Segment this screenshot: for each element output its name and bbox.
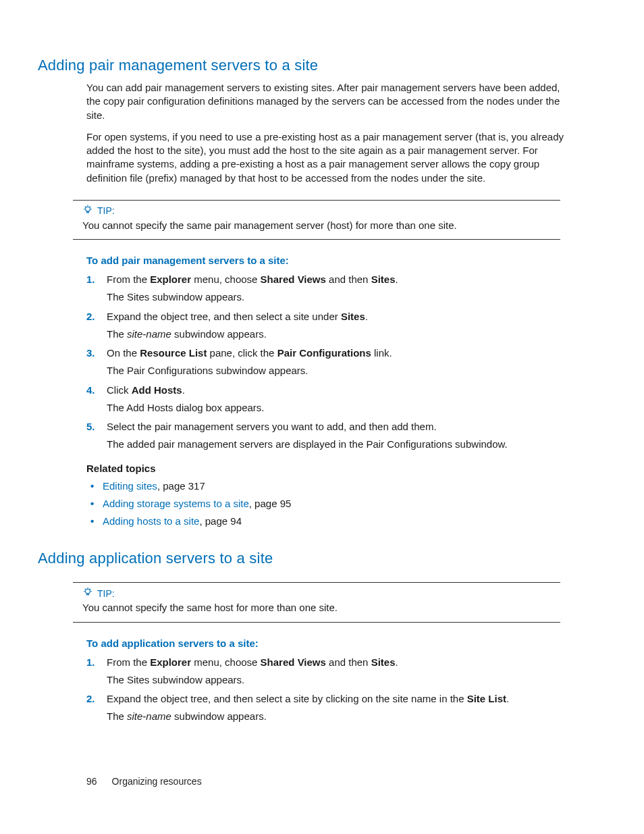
- step-1: 1. From the Explorer menu, choose Shared…: [86, 656, 576, 687]
- step-follow: The site-name subwindow appears.: [107, 710, 576, 723]
- step-follow: The Sites subwindow appears.: [107, 290, 576, 304]
- tip-text-1: You cannot specify the same pair managem…: [82, 219, 560, 232]
- step-follow: The Sites subwindow appears.: [107, 673, 576, 687]
- step-text: Expand the object tree, and then select …: [107, 693, 509, 704]
- section-heading-adding-pair-management: Adding pair management servers to a site: [38, 57, 576, 74]
- tip-rule-bottom: [73, 622, 560, 623]
- section-heading-adding-application-servers: Adding application servers to a site: [38, 550, 576, 567]
- tip-block-1: TIP: You cannot specify the same pair ma…: [73, 200, 576, 240]
- svg-line-12: [85, 589, 86, 590]
- tip-rule-top: [73, 582, 560, 583]
- step-text: From the Explorer menu, choose Shared Vi…: [107, 273, 398, 285]
- step-number: 2.: [86, 310, 95, 323]
- step-5: 5. Select the pair management servers yo…: [86, 420, 576, 452]
- link-adding-hosts[interactable]: Adding hosts to a site: [103, 515, 199, 527]
- tip-block-2: TIP: You cannot specify the same host fo…: [73, 582, 576, 622]
- related-item: Adding storage systems to a site, page 9…: [86, 497, 576, 511]
- para-intro-2: For open systems, if you need to use a p…: [86, 130, 576, 185]
- page-footer: 96Organizing resources: [86, 776, 202, 787]
- svg-point-7: [86, 590, 90, 594]
- step-number: 1.: [86, 656, 95, 669]
- tip-text-2: You cannot specify the same host for mor…: [82, 601, 560, 615]
- link-editing-sites[interactable]: Editing sites: [103, 480, 157, 492]
- step-follow: The site-name subwindow appears.: [107, 328, 576, 341]
- step-number: 5.: [86, 420, 95, 434]
- tip-label: TIP:: [97, 588, 115, 599]
- svg-point-0: [86, 207, 90, 211]
- related-topics-list: Editing sites, page 317 Adding storage s…: [86, 479, 576, 529]
- related-item: Editing sites, page 317: [86, 479, 576, 493]
- step-number: 2.: [86, 692, 95, 706]
- link-adding-storage-systems[interactable]: Adding storage systems to a site: [103, 498, 249, 509]
- steps-list-2: 1. From the Explorer menu, choose Shared…: [86, 656, 576, 724]
- step-text: From the Explorer menu, choose Shared Vi…: [107, 656, 398, 668]
- tip-rule-bottom: [73, 239, 560, 240]
- tip-rule-top: [73, 200, 560, 201]
- related-item: Adding hosts to a site, page 94: [86, 515, 576, 528]
- step-follow: The Pair Configurations subwindow appear…: [107, 364, 576, 377]
- step-number: 4.: [86, 384, 95, 397]
- svg-line-13: [90, 589, 90, 590]
- step-text: Expand the object tree, and then select …: [107, 311, 368, 322]
- steps-list-1: 1. From the Explorer menu, choose Shared…: [86, 273, 576, 452]
- related-topics-heading: Related topics: [86, 463, 576, 474]
- svg-line-5: [85, 206, 86, 207]
- para-intro-1: You can add pair management servers to e…: [86, 81, 576, 122]
- procedure-title-1: To add pair management servers to a site…: [86, 255, 576, 266]
- step-follow: The Add Hosts dialog box appears.: [107, 401, 576, 415]
- step-2: 2. Expand the object tree, and then sele…: [86, 310, 576, 342]
- lightbulb-icon: [82, 205, 93, 217]
- chapter-title: Organizing resources: [112, 776, 202, 787]
- svg-rect-1: [87, 211, 89, 213]
- step-4: 4. Click Add Hosts. The Add Hosts dialog…: [86, 384, 576, 415]
- step-text: Select the pair management servers you w…: [107, 421, 437, 432]
- lightbulb-icon: [82, 587, 93, 600]
- page-number: 96: [86, 776, 97, 787]
- svg-rect-8: [87, 594, 89, 595]
- step-text: Click Add Hosts.: [107, 384, 185, 396]
- step-number: 1.: [86, 273, 95, 286]
- procedure-title-2: To add application servers to a site:: [86, 637, 576, 649]
- step-1: 1. From the Explorer menu, choose Shared…: [86, 273, 576, 305]
- step-follow: The added pair management servers are di…: [107, 438, 576, 451]
- step-number: 3.: [86, 346, 95, 360]
- step-3: 3. On the Resource List pane, click the …: [86, 346, 576, 378]
- step-text: On the Resource List pane, click the Pai…: [107, 347, 392, 359]
- tip-label: TIP:: [97, 205, 115, 216]
- step-2: 2. Expand the object tree, and then sele…: [86, 692, 576, 724]
- svg-line-6: [90, 206, 90, 207]
